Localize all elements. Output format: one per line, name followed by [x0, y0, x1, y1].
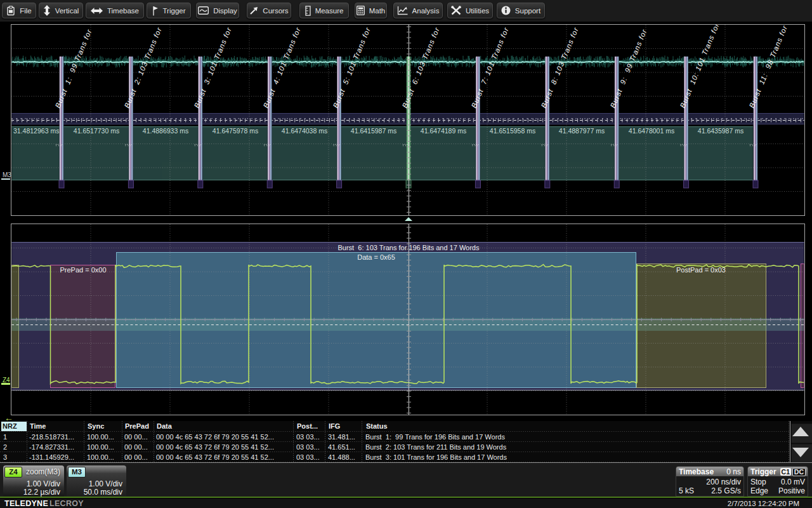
svg-text:31.4812963 ms: 31.4812963 ms [13, 127, 59, 135]
svg-text:PrePad = 0x00: PrePad = 0x00 [60, 266, 106, 274]
svg-text:41.4887977 ms: 41.4887977 ms [559, 127, 605, 135]
svg-text:41.6517730 ms: 41.6517730 ms [74, 127, 119, 135]
svg-text:41.6415987 ms: 41.6415987 ms [351, 127, 396, 135]
svg-text:41.6435987 ms: 41.6435987 ms [698, 127, 743, 135]
svg-text:41.6515958 ms: 41.6515958 ms [490, 127, 535, 135]
svg-text:Data = 0x65: Data = 0x65 [357, 253, 395, 261]
svg-text:PostPad = 0x03: PostPad = 0x03 [676, 266, 726, 274]
svg-text:41.6474038 ms: 41.6474038 ms [282, 127, 327, 135]
svg-text:41.6474189 ms: 41.6474189 ms [421, 127, 466, 135]
svg-text:41.6475978 ms: 41.6475978 ms [213, 127, 258, 135]
svg-text:41.6478001 ms: 41.6478001 ms [629, 127, 674, 135]
svg-text:41.4886933 ms: 41.4886933 ms [143, 127, 188, 135]
